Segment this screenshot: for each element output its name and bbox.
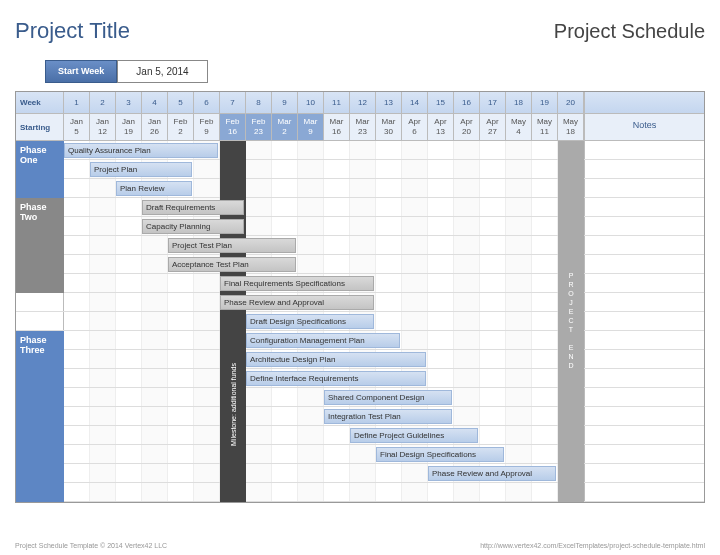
week-num-10: 10	[298, 92, 324, 113]
week-date-8: Feb23	[246, 114, 272, 140]
week-date-3: Jan19	[116, 114, 142, 140]
phase-one-label: Phase One	[16, 141, 64, 198]
week-num-15: 15	[428, 92, 454, 113]
week-num-3: 3	[116, 92, 142, 113]
task-bar[interactable]: Define Interface Requirements	[246, 371, 426, 386]
task-row	[16, 483, 704, 502]
task-bar[interactable]: Final Requirements Specifications	[220, 276, 374, 291]
title-row: Project Title Project Schedule	[15, 10, 705, 60]
project-end-bar: PROJECT END	[558, 141, 584, 502]
schedule-heading: Project Schedule	[554, 20, 705, 43]
task-bar[interactable]: Quality Assurance Plan	[64, 143, 218, 158]
week-date-16: Apr20	[454, 114, 480, 140]
chart-body: Phase One Phase Two Phase Three Mileston…	[16, 141, 704, 502]
task-row: Plan Review	[16, 179, 704, 198]
week-num-8: 8	[246, 92, 272, 113]
task-bar[interactable]: Project Test Plan	[168, 238, 296, 253]
task-row: Final Requirements Specifications	[16, 274, 704, 293]
task-bar[interactable]: Configuration Management Plan	[246, 333, 400, 348]
week-num-14: 14	[402, 92, 428, 113]
task-bar[interactable]: Phase Review and Approval	[220, 295, 374, 310]
task-bar[interactable]: Capacity Planning	[142, 219, 244, 234]
week-date-20: May18	[558, 114, 584, 140]
task-row: Phase Review and Approval	[16, 464, 704, 483]
week-num-4: 4	[142, 92, 168, 113]
week-label: Week	[16, 92, 64, 113]
week-date-11: Mar16	[324, 114, 350, 140]
task-row: Integration Test Plan	[16, 407, 704, 426]
task-row: Capacity Planning	[16, 217, 704, 236]
header-week-row: Week 1234567891011121314151617181920	[16, 92, 704, 114]
task-row: Final Design Specifications	[16, 445, 704, 464]
week-date-9: Mar2	[272, 114, 298, 140]
week-num-11: 11	[324, 92, 350, 113]
week-date-10: Mar9	[298, 114, 324, 140]
task-row: Shared Component Design	[16, 388, 704, 407]
week-num-13: 13	[376, 92, 402, 113]
task-row: Draft Requirements	[16, 198, 704, 217]
task-bar[interactable]: Plan Review	[116, 181, 192, 196]
notes-header: Notes	[584, 114, 704, 140]
week-date-12: Mar23	[350, 114, 376, 140]
task-bar[interactable]: Define Project Guidelines	[350, 428, 478, 443]
week-date-17: Apr27	[480, 114, 506, 140]
project-title: Project Title	[15, 18, 130, 44]
task-row: Project Plan	[16, 160, 704, 179]
week-num-5: 5	[168, 92, 194, 113]
phase-three-label: Phase Three	[16, 331, 64, 502]
gantt-chart: Week 1234567891011121314151617181920 Sta…	[15, 91, 705, 503]
week-date-2: Jan12	[90, 114, 116, 140]
week-date-5: Feb2	[168, 114, 194, 140]
week-date-6: Feb9	[194, 114, 220, 140]
week-num-6: 6	[194, 92, 220, 113]
week-num-16: 16	[454, 92, 480, 113]
phase-two-label: Phase Two	[16, 198, 64, 293]
task-bar[interactable]: Draft Requirements	[142, 200, 244, 215]
week-num-1: 1	[64, 92, 90, 113]
week-date-7: Feb16	[220, 114, 246, 140]
milestone-label: Milestone: additional funds	[230, 348, 237, 462]
task-row: Phase Review and Approval	[16, 293, 704, 312]
footer-copyright: Project Schedule Template © 2014 Vertex4…	[15, 542, 167, 549]
task-row: Draft Design Specifications	[16, 312, 704, 331]
week-date-18: May4	[506, 114, 532, 140]
task-bar[interactable]: Final Design Specifications	[376, 447, 504, 462]
task-bar[interactable]: Shared Component Design	[324, 390, 452, 405]
week-date-4: Jan26	[142, 114, 168, 140]
task-row: Define Project Guidelines	[16, 426, 704, 445]
week-num-20: 20	[558, 92, 584, 113]
header-date-row: Starting Jan5Jan12Jan19Jan26Feb2Feb9Feb1…	[16, 114, 704, 141]
week-num-9: 9	[272, 92, 298, 113]
task-row: Architectue Design Plan	[16, 350, 704, 369]
week-num-7: 7	[220, 92, 246, 113]
week-date-13: Mar30	[376, 114, 402, 140]
task-bar[interactable]: Project Plan	[90, 162, 192, 177]
week-date-14: Apr6	[402, 114, 428, 140]
task-row: Project Test Plan	[16, 236, 704, 255]
week-num-17: 17	[480, 92, 506, 113]
task-row: Define Interface Requirements	[16, 369, 704, 388]
task-bar[interactable]: Draft Design Specifications	[246, 314, 374, 329]
task-row: Acceptance Test Plan	[16, 255, 704, 274]
week-date-19: May11	[532, 114, 558, 140]
week-num-19: 19	[532, 92, 558, 113]
week-num-18: 18	[506, 92, 532, 113]
task-bar[interactable]: Phase Review and Approval	[428, 466, 556, 481]
footer: Project Schedule Template © 2014 Vertex4…	[15, 542, 705, 549]
starting-label: Starting	[16, 114, 64, 140]
task-bar[interactable]: Architectue Design Plan	[246, 352, 426, 367]
week-date-15: Apr13	[428, 114, 454, 140]
start-week-label: Start Week	[45, 60, 117, 83]
footer-url: http://www.vertex42.com/ExcelTemplates/p…	[480, 542, 705, 549]
week-num-12: 12	[350, 92, 376, 113]
week-date-1: Jan5	[64, 114, 90, 140]
task-bar[interactable]: Acceptance Test Plan	[168, 257, 296, 272]
start-week-row: Start Week Jan 5, 2014	[45, 60, 705, 83]
start-week-input[interactable]: Jan 5, 2014	[117, 60, 207, 83]
project-end-label: PROJECT END	[568, 272, 575, 371]
task-bar[interactable]: Integration Test Plan	[324, 409, 452, 424]
task-row: Quality Assurance Plan	[16, 141, 704, 160]
task-row: Configuration Management Plan	[16, 331, 704, 350]
week-num-2: 2	[90, 92, 116, 113]
